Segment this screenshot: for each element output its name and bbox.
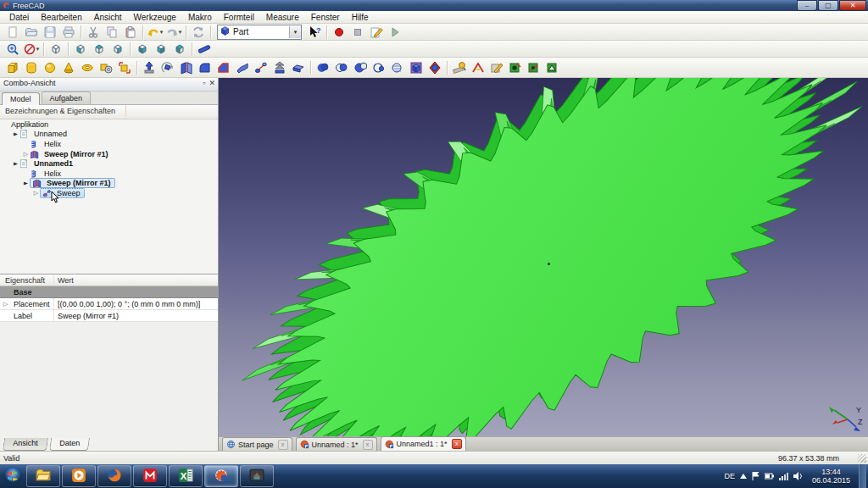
taskbar-app-explorer[interactable] [26, 465, 60, 487]
document-tab-2[interactable]: Unnamed1 : 1*x [381, 436, 466, 451]
start-button[interactable] [0, 465, 25, 487]
create-primitives-button[interactable] [97, 59, 115, 76]
combo-view-titlebar[interactable]: Combo-Ansicht ▫✕ [0, 78, 218, 92]
measure-toggle-3d-button[interactable] [525, 59, 543, 76]
gear-model[interactable] [219, 78, 868, 436]
macro-edit-button[interactable] [367, 24, 386, 41]
language-indicator[interactable]: DE [724, 472, 735, 480]
maximize-button[interactable]: ▢ [818, 0, 838, 11]
draw-style-button[interactable]: ▼ [22, 41, 41, 58]
copy-button[interactable] [103, 24, 121, 41]
shape-builder-button[interactable] [115, 59, 134, 76]
sphere-button[interactable] [41, 59, 59, 76]
fit-all-button[interactable] [3, 41, 22, 58]
tree-item-unnamed[interactable]: ▲Unnamed [0, 130, 218, 140]
menu-hilfe[interactable]: Hilfe [346, 12, 375, 23]
view-axonometric-button[interactable] [47, 41, 65, 58]
tree-item-helix[interactable]: Helix [0, 169, 218, 179]
view-left-button[interactable] [170, 41, 189, 58]
resize-grip[interactable] [858, 454, 866, 463]
macro-play-button[interactable] [386, 24, 404, 41]
ruled-surface-button[interactable] [233, 59, 252, 76]
taskbar-app-cad-tool[interactable] [240, 465, 274, 487]
menu-bearbeiten[interactable]: Bearbeiten [35, 12, 87, 23]
mirror-button[interactable] [177, 59, 196, 76]
chamfer-button[interactable] [214, 59, 233, 76]
expander-open-icon[interactable]: ▲ [12, 160, 19, 168]
cut-button[interactable] [84, 24, 103, 41]
view-front-button[interactable] [71, 41, 90, 58]
tree-item-helix[interactable]: Helix [0, 139, 218, 149]
show-desktop-button[interactable] [859, 464, 866, 488]
taskbar-app-media-player[interactable] [62, 465, 96, 487]
cross-sections-button[interactable] [388, 59, 407, 76]
close-tab-icon[interactable]: x [452, 439, 462, 449]
tab-ansicht[interactable]: Ansicht [3, 438, 48, 451]
macro-stop-button[interactable] [348, 24, 367, 41]
tree-item-applikation[interactable]: Applikation [0, 119, 218, 130]
tab-aufgaben[interactable]: Aufgaben [42, 92, 92, 104]
property-row-placement[interactable]: ▷Placement[(0,00 0,00 1,00); 0 °; (0 mm … [0, 298, 218, 310]
compound-button[interactable] [407, 59, 426, 76]
minimize-button[interactable]: – [797, 0, 817, 11]
boolean-cut-button[interactable] [351, 59, 370, 76]
taskbar-app-excel[interactable]: X [169, 465, 203, 487]
menu-measure[interactable]: Measure [260, 12, 305, 23]
boolean-union-button[interactable] [314, 59, 332, 76]
extrude-button[interactable] [140, 59, 159, 76]
fillet-button[interactable] [196, 59, 214, 76]
boolean-op-button[interactable] [426, 59, 444, 76]
tree-item-sweep-mirror-1-[interactable]: ▲Sweep (Mirror #1) [0, 179, 218, 189]
workbench-dropdown-arrow[interactable]: ▼ [289, 26, 301, 38]
boolean-section-button[interactable] [370, 59, 388, 76]
measure-distance-button[interactable] [195, 41, 214, 58]
volume-icon[interactable] [793, 472, 804, 480]
menu-formteil[interactable]: Formteil [218, 12, 260, 23]
print-button[interactable] [59, 24, 78, 41]
title-bar[interactable]: FreeCAD – ▢ ✕ [0, 0, 868, 11]
property-row-label[interactable]: LabelSweep (Mirror #1) [0, 310, 218, 322]
paste-button[interactable] [121, 24, 140, 41]
loft-button[interactable] [270, 59, 289, 76]
measure-angular-button[interactable] [469, 59, 487, 76]
measure-clear-button[interactable] [487, 59, 506, 76]
taskbar-clock[interactable]: 13:44 06.04.2015 [812, 468, 850, 485]
measure-toggle-all-button[interactable] [506, 59, 525, 76]
cone-button[interactable] [59, 59, 78, 76]
network-icon[interactable] [779, 473, 788, 480]
offset-button[interactable] [289, 59, 308, 76]
tab-model[interactable]: Model [2, 92, 40, 105]
expander-closed-icon[interactable]: ▷ [3, 301, 8, 308]
taskbar-app-firefox[interactable] [97, 465, 131, 487]
tree-item-sweep-mirror-1-[interactable]: ▷Sweep (Mirror #1) [0, 149, 218, 159]
float-panel-icon[interactable]: ▫ [203, 79, 205, 87]
tree-item-unnamed1[interactable]: ▲Unnamed1 [0, 158, 218, 169]
workbench-selector[interactable]: Part▼ [217, 25, 302, 40]
view-bottom-button[interactable] [152, 41, 170, 58]
menu-makro[interactable]: Makro [182, 12, 218, 23]
document-tab-1[interactable]: Unnamed : 1*x [296, 437, 377, 451]
close-tab-icon[interactable]: x [363, 440, 373, 450]
close-tab-icon[interactable]: x [278, 440, 288, 450]
menu-ansicht[interactable]: Ansicht [88, 12, 128, 23]
redo-button[interactable]: ▼ [164, 24, 183, 41]
tab-daten[interactable]: Daten [48, 438, 89, 451]
view-rear-button[interactable] [133, 41, 152, 58]
undo-button[interactable]: ▼ [146, 24, 164, 41]
battery-icon[interactable] [765, 473, 774, 480]
document-tab-0[interactable]: Start pagex [222, 437, 292, 451]
sweep-tool-button[interactable] [252, 59, 270, 76]
measure-linear-button[interactable] [450, 59, 469, 76]
property-value[interactable]: [(0,00 0,00 1,00); 0 °; (0 mm 0 mm 0 mm)… [54, 300, 218, 308]
expander-closed-icon[interactable]: ▷ [32, 190, 40, 197]
expander-open-icon[interactable]: ▲ [12, 130, 19, 138]
cylinder-button[interactable] [22, 59, 41, 76]
property-row-base[interactable]: Base [0, 286, 218, 298]
close-button[interactable]: ✕ [839, 0, 866, 11]
open-file-button[interactable] [22, 24, 41, 41]
expander-open-icon[interactable]: ▲ [22, 180, 29, 187]
boolean-common-button[interactable] [332, 59, 351, 76]
whats-this-button[interactable]: ? [305, 24, 324, 41]
view-top-button[interactable] [90, 41, 108, 58]
dropdown-arrow-icon[interactable]: ▼ [36, 47, 41, 52]
